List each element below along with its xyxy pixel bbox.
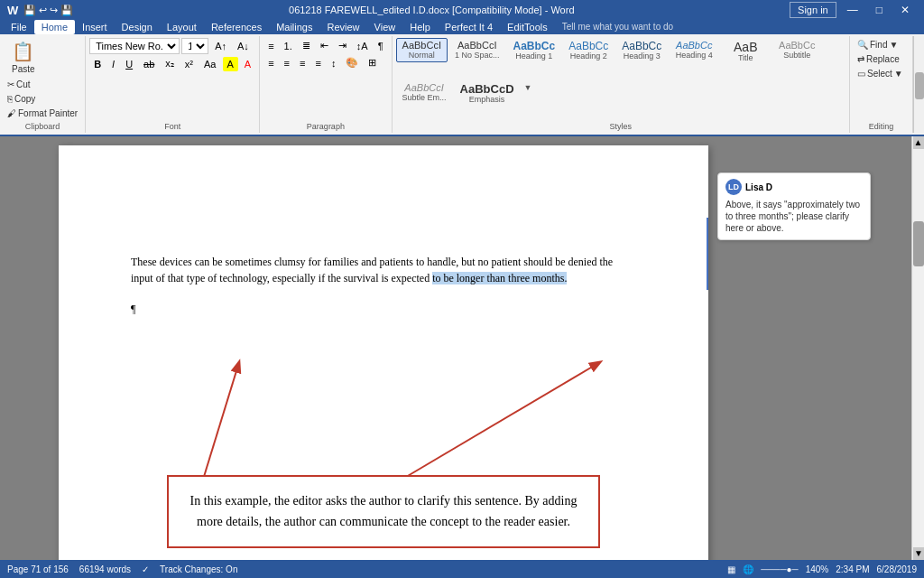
minimize-button[interactable]: — [840,0,865,20]
style-title[interactable]: AaB Title [720,38,771,65]
select-dropdown-icon: ▼ [894,69,903,79]
cut-icon: ✂ [7,79,14,89]
align-right-button[interactable]: ≡ [295,55,310,70]
editing-inner: 🔍 Find ▼ ⇄ Replace ▭ Select ▼ [854,38,909,120]
menu-insert[interactable]: Insert [75,20,115,34]
font-label: Font [89,120,255,131]
menu-perfectit[interactable]: Perfect It 4 [438,20,500,34]
sort-button[interactable]: ↕A [352,38,373,53]
style-no-space[interactable]: AaBbCcI 1 No Spac... [448,38,506,62]
style-normal[interactable]: AaBbCcI Normal [396,38,448,62]
menu-file[interactable]: File [4,20,34,34]
comment-text: Above, it says "approximately two to thr… [725,199,863,234]
copy-icon: ⎘ [7,94,13,104]
replace-button[interactable]: ⇄ Replace [854,52,903,66]
zoom-level: 140% [806,564,829,574]
font-name-select[interactable]: Times New Ro... [89,38,180,54]
align-center-button[interactable]: ≡ [280,55,294,70]
close-button[interactable]: ✕ [893,0,917,20]
title-bar-right: Sign in — □ ✕ [790,0,917,20]
paste-button[interactable]: 📋 Paste [4,38,43,77]
menu-review[interactable]: Review [320,20,367,34]
menu-edittools[interactable]: EditTools [500,20,555,34]
menu-layout[interactable]: Layout [160,20,204,34]
style-more-arrow[interactable]: ▼ [522,80,535,95]
proofing-icon: ✓ [142,564,149,574]
menu-references[interactable]: References [204,20,269,34]
page-info: Page 71 of 156 [7,564,69,574]
doc-paragraph: These devices can be sometimes clumsy fo… [131,254,636,286]
title-bar: W 💾 ↩ ↪ 💾 061218 FAREWELL_edited I.D.doc… [0,0,924,20]
view-print-icon[interactable]: ▦ [727,564,735,574]
menu-home[interactable]: Home [34,20,75,34]
style-heading3[interactable]: AaBbCc Heading 3 [615,38,668,63]
style-emphasis[interactable]: AaBbCcD Emphasis [454,80,521,107]
font-name-row: Times New Ro... 12 A↑ A↓ [89,38,254,54]
select-button[interactable]: ▭ Select ▼ [854,67,907,80]
main-scrollbar[interactable]: ▲ ▼ [911,136,924,575]
list-number-button[interactable]: 1. [280,38,297,53]
strikethrough-button[interactable]: ab [139,57,159,71]
font-color-button[interactable]: A [240,57,255,71]
clipboard-row3: ⎘ Copy [4,92,39,106]
align-justify-button[interactable]: ≡ [310,55,325,70]
editing-label: Editing [854,120,909,131]
menu-help[interactable]: Help [402,20,438,34]
format-painter-icon: 🖌 [7,108,16,118]
left-margin [0,136,59,575]
word-count: 66194 words [79,564,131,574]
scroll-up-button[interactable]: ▲ [913,136,924,149]
annotation-box: In this example, the editor asks the aut… [167,475,600,548]
menu-mailings[interactable]: Mailings [269,20,319,34]
zoom-slider[interactable]: ────●─ [761,564,798,574]
show-formatting-button[interactable]: ¶ [374,38,388,53]
highlight-button[interactable]: A [223,57,238,71]
quick-access-toolbar: 💾 ↩ ↪ 💾 [23,5,73,16]
style-subtitle[interactable]: AaBbCc Subtitle [772,38,822,62]
view-web-icon[interactable]: 🌐 [743,564,753,574]
bold-button[interactable]: B [89,57,106,71]
scroll-thumb[interactable] [913,221,924,266]
style-heading1[interactable]: AaBbCc Heading 1 [507,38,562,63]
ribbon-scroll-thumb[interactable] [915,72,924,99]
font-size-select[interactable]: 12 [181,38,208,54]
menu-design[interactable]: Design [115,20,160,34]
align-left-button[interactable]: ≡ [263,55,278,70]
style-subtle-em[interactable]: AaBbCcI Subtle Em... [396,80,453,105]
scroll-down-button[interactable]: ▼ [913,547,924,560]
font-grow-button[interactable]: A↑ [210,39,231,53]
format-painter-button[interactable]: 🖌 Format Painter [4,107,81,120]
list-bullet-button[interactable]: ≡ [263,38,278,53]
track-changes: Track Changes: On [160,564,237,574]
subscript-button[interactable]: x₂ [161,56,179,71]
maximize-button[interactable]: □ [869,0,890,20]
copy-button[interactable]: ⎘ Copy [4,92,39,106]
menu-view[interactable]: View [367,20,403,34]
list-multi-button[interactable]: ≣ [298,38,315,53]
ribbon-scrollbar[interactable] [913,36,924,133]
indent-more-button[interactable]: ⇥ [334,38,351,53]
underline-button[interactable]: U [121,57,137,71]
title-bar-text: 061218 FAREWELL_edited I.D.docx [Compati… [289,5,575,15]
clear-format-button[interactable]: Aa [199,57,220,71]
line-spacing-button[interactable]: ↕ [327,55,341,70]
indent-less-button[interactable]: ⇤ [316,38,333,53]
shading-button[interactable]: 🎨 [341,55,363,70]
main-area: These devices can be sometimes clumsy fo… [0,136,924,575]
paragraph-group: ≡ 1. ≣ ⇤ ⇥ ↕A ¶ ≡ ≡ ≡ ≡ ↕ 🎨 ⊞ Paragraph [260,36,392,133]
superscript-button[interactable]: x² [180,57,198,71]
time-display: 2:34 PM [836,564,869,574]
font-format-row: B I U ab x₂ x² Aa A A [89,56,255,71]
font-shrink-button[interactable]: A↓ [233,39,254,53]
sign-in-button[interactable]: Sign in [790,2,836,18]
style-heading2[interactable]: AaBbCc Heading 2 [562,38,614,63]
font-group: Times New Ro... 12 A↑ A↓ B I U ab x₂ x² … [86,36,260,133]
find-button[interactable]: 🔍 Find ▼ [854,38,901,51]
style-heading4[interactable]: AaBbCc Heading 4 [669,38,719,62]
replace-icon: ⇄ [857,54,864,64]
italic-button[interactable]: I [107,57,119,71]
cut-button[interactable]: ✂ Cut [4,78,34,91]
tell-me-input[interactable]: Tell me what you want to do [555,20,920,34]
comment-header: LD Lisa D [725,179,863,195]
borders-button[interactable]: ⊞ [364,55,381,70]
